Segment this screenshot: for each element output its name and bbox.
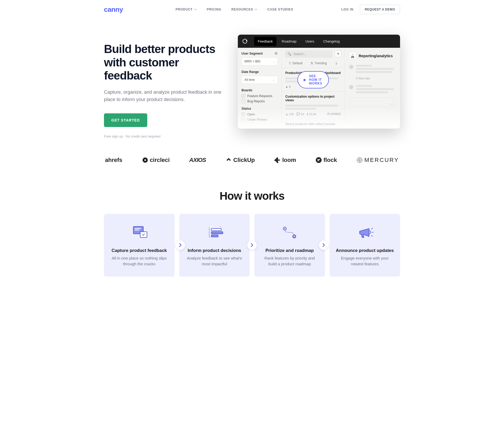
status-under-review[interactable]: ✓Under Review xyxy=(242,118,278,122)
svg-line-23 xyxy=(371,228,373,229)
nav-pricing[interactable]: PRICING xyxy=(207,8,222,11)
comment-input[interactable] xyxy=(349,97,396,107)
roadmap-icon xyxy=(260,224,319,241)
svg-point-20 xyxy=(284,228,285,229)
status-badge: PLANNED xyxy=(327,113,341,115)
sort-trending[interactable]: ⇅Trending xyxy=(311,61,327,65)
sort-default[interactable]: ▽Default xyxy=(289,61,302,65)
boards-label: Boards xyxy=(242,88,278,92)
svg-text:›: › xyxy=(220,225,220,228)
card-capture: Capture product feedback All in one plac… xyxy=(104,214,175,277)
svg-rect-11 xyxy=(135,228,141,229)
segment-select[interactable]: MRR > $50⌄ xyxy=(242,57,278,65)
hero-subtitle: Capture, organize, and analyze product f… xyxy=(104,89,222,103)
detail-date: 4 days ago xyxy=(356,77,396,80)
svg-point-22 xyxy=(294,236,295,237)
date-select[interactable]: All time⌄ xyxy=(242,76,278,84)
app-tab-feedback[interactable]: Feedback xyxy=(254,37,276,46)
feed-item[interactable]: Productivity widget in the dashboard ▲ 5… xyxy=(282,68,345,92)
svg-rect-12 xyxy=(135,230,139,230)
avatar xyxy=(349,85,353,89)
app-tab-changelog[interactable]: Changelog xyxy=(319,37,343,46)
customer-logos: ahrefs circleci AXIOS ClickUp loom flock… xyxy=(104,157,400,163)
feed-item[interactable]: Share projects with select people xyxy=(282,119,345,129)
hero-footnote: Free sign up · No credit card required xyxy=(104,134,222,138)
main-nav: canny PRODUCT PRICING RESOURCES CASE STU… xyxy=(104,0,400,19)
megaphone-icon xyxy=(335,224,395,241)
upvote-count: ▲ 5 xyxy=(285,85,291,88)
svg-point-6 xyxy=(316,157,322,163)
get-started-button[interactable]: GET STARTED xyxy=(104,113,147,127)
filter-icon: ▽ xyxy=(289,61,291,65)
arrow-icon xyxy=(176,240,185,250)
app-logo-icon xyxy=(243,39,247,44)
nav-product[interactable]: PRODUCT xyxy=(176,8,197,11)
card-inform: › Inform product decisions Analyze feedb… xyxy=(179,214,250,277)
logo-loom: loom xyxy=(274,157,296,163)
export-icon[interactable]: ⤓ xyxy=(335,61,338,65)
date-label: Date Range xyxy=(242,70,278,74)
sort-icon: ⇅ xyxy=(311,61,313,65)
svg-point-1 xyxy=(144,159,146,161)
status-open[interactable]: ✓Open xyxy=(242,113,278,116)
arrow-icon xyxy=(247,240,257,250)
brand-logo[interactable]: canny xyxy=(104,6,123,14)
app-tab-users[interactable]: Users xyxy=(302,37,318,46)
login-link[interactable]: LOG IN xyxy=(341,8,353,11)
search-input[interactable]: 🔍Search... xyxy=(285,50,333,58)
app-screenshot: Feedback Roadmap Users Changelog User Se… xyxy=(238,35,400,129)
nav-case-studies[interactable]: CASE STUDIES xyxy=(267,8,293,11)
nav-resources[interactable]: RESOURCES xyxy=(231,8,257,11)
how-it-works-cards: Capture product feedback All in one plac… xyxy=(104,214,400,277)
chevron-down-icon xyxy=(255,8,257,11)
logo-ahrefs: ahrefs xyxy=(105,157,122,163)
detail-title: Reporting/analytics xyxy=(359,54,393,58)
how-it-works-title: How it works xyxy=(104,190,400,202)
compose-button[interactable]: ✎ xyxy=(335,50,342,57)
search-icon: 🔍 xyxy=(287,52,291,56)
hero-title: Build better products with customer feed… xyxy=(104,43,222,82)
play-icon: ▶ xyxy=(304,78,306,82)
logo-axios: AXIOS xyxy=(189,157,206,163)
chevron-down-icon xyxy=(194,8,197,11)
see-how-it-works-button[interactable]: ▶SEE HOW IT WORKS xyxy=(297,71,329,88)
card-prioritize: Prioritize and roadmap Rank features by … xyxy=(254,214,325,277)
svg-rect-16 xyxy=(211,232,223,234)
card-announce: Announce product updates Engage everyone… xyxy=(330,214,400,277)
logo-clickup: ClickUp xyxy=(225,157,255,163)
feed-item[interactable]: Customization options to project views ▲… xyxy=(282,92,345,119)
logo-mercury: MERCURY xyxy=(356,157,399,163)
svg-rect-15 xyxy=(211,229,221,231)
feedback-icon xyxy=(110,224,169,241)
svg-point-14 xyxy=(141,234,142,234)
svg-point-9 xyxy=(359,160,360,161)
segment-label: User Segment xyxy=(242,52,263,55)
logo-flock: flock xyxy=(316,157,337,163)
svg-line-25 xyxy=(371,235,373,236)
logo-circleci: circleci xyxy=(142,157,170,163)
upvote-button[interactable]: ▲26 xyxy=(349,52,356,60)
arrow-icon xyxy=(319,240,328,250)
request-demo-button[interactable]: REQUEST A DEMO xyxy=(360,5,400,14)
gear-icon[interactable]: ⚙ xyxy=(275,51,278,55)
avatar xyxy=(349,65,353,69)
svg-rect-17 xyxy=(211,235,218,237)
board-bug-reports[interactable]: Bug Reports xyxy=(242,99,278,103)
analyze-icon: › xyxy=(185,224,244,241)
app-tab-roadmap[interactable]: Roadmap xyxy=(278,37,300,46)
status-label: Status xyxy=(242,107,278,110)
board-feature-requests[interactable]: ✓Feature Requests xyxy=(242,94,278,98)
